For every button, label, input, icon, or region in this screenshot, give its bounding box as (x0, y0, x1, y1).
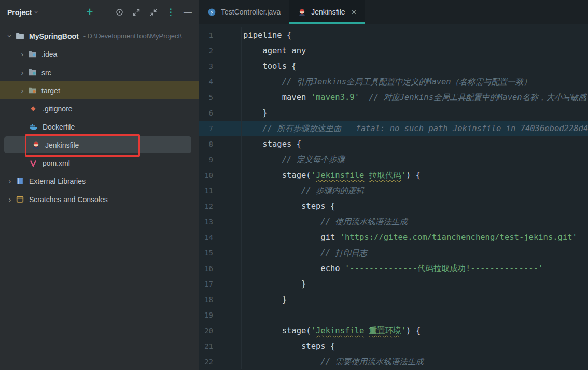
java-class-icon (207, 7, 217, 17)
line-number: 18 (199, 292, 242, 307)
expand-all-icon[interactable] (132, 8, 141, 17)
line-number: 11 (199, 183, 242, 198)
code-line-1[interactable]: 1pipeline { (199, 27, 588, 43)
code-text: stages { (242, 136, 588, 152)
code-line-19[interactable]: 19 (199, 307, 588, 323)
code-text (242, 307, 588, 323)
project-folder-icon (16, 32, 28, 40)
line-number: 13 (199, 214, 242, 230)
code-text: // 所有步骤放这里面 fatal: no such path Jekinsfi… (242, 121, 588, 136)
line-number: 6 (199, 105, 242, 121)
code-line-18[interactable]: 18 } (199, 292, 588, 307)
code-line-9[interactable]: 9 // 定义每个步骤 (199, 152, 588, 167)
jenkins-icon (298, 7, 307, 17)
project-path-hint: - D:\DevelopmentTool\MyProject\ (83, 32, 182, 40)
chevron-right-icon[interactable]: › (17, 68, 28, 77)
line-number: 16 (199, 261, 242, 276)
code-line-11[interactable]: 11 // 步骤内的逻辑 (199, 183, 588, 198)
line-number: 9 (199, 152, 242, 167)
more-options-icon[interactable]: ⋮ (166, 8, 175, 17)
chevron-right-icon[interactable]: › (4, 177, 16, 186)
code-line-14[interactable]: 14 git 'https://gitee.com/tianchencheng/… (199, 230, 588, 245)
code-text: } (242, 105, 588, 121)
code-line-16[interactable]: 16 echo '--------------代码拉取成功!----------… (199, 261, 588, 276)
line-number: 15 (199, 245, 242, 261)
chevron-right-icon[interactable]: › (4, 195, 16, 204)
collapse-all-icon[interactable] (149, 8, 158, 17)
code-text: stage('Jekinsfile 拉取代码') { (242, 167, 588, 183)
tree-item-myspringboot[interactable]: ›MySpringBoot- D:\DevelopmentTool\MyProj… (0, 27, 199, 45)
line-number: 22 (199, 354, 242, 369)
line-number: 8 (199, 136, 242, 152)
close-tab-icon[interactable]: × (352, 8, 357, 17)
libraries-icon (16, 177, 28, 186)
target-folder-icon (28, 86, 40, 95)
code-text: tools { (242, 59, 588, 74)
tree-item-label: Scratches and Consoles (29, 195, 108, 204)
tree-item-external-libraries[interactable]: ›External Libraries (0, 172, 199, 190)
line-number: 19 (199, 307, 242, 323)
code-text: stage('Jekinsfile 重置环境') { (242, 323, 588, 338)
line-number: 7 (199, 121, 242, 136)
chevron-right-icon[interactable]: › (17, 50, 28, 59)
code-line-5[interactable]: 5 maven 'maven3.9' // 对应Jenkins全局工具配置中的M… (199, 90, 588, 105)
idea-folder-icon (28, 50, 40, 59)
tree-item-label: pom.xml (43, 159, 70, 167)
code-line-12[interactable]: 12 steps { (199, 198, 588, 214)
code-line-3[interactable]: 3 tools { (199, 59, 588, 74)
code-line-4[interactable]: 4 // 引用Jenkins全局工具配置中定义的Maven（名称需与配置一致） (199, 74, 588, 90)
code-text: echo '--------------代码拉取成功!-------------… (242, 261, 588, 276)
hide-panel-icon[interactable]: — (183, 8, 192, 17)
tree-item-label: MySpringBoot (29, 32, 79, 40)
code-line-10[interactable]: 10 stage('Jekinsfile 拉取代码') { (199, 167, 588, 183)
code-text: steps { (242, 338, 588, 354)
line-number: 20 (199, 323, 242, 338)
code-text: git 'https://gitee.com/tianchencheng/tes… (242, 230, 588, 245)
project-tree: ›MySpringBoot- D:\DevelopmentTool\MyProj… (0, 24, 199, 208)
chevron-right-icon[interactable]: › (17, 86, 28, 95)
tree-item-label: Dockerfile (43, 123, 75, 131)
code-text: // 使用流水线语法生成 (242, 214, 588, 230)
line-number: 4 (199, 74, 242, 90)
tab-bar: TestController.javaJenkinsfile× (199, 0, 588, 24)
code-line-2[interactable]: 2 agent any (199, 43, 588, 59)
code-line-6[interactable]: 6 } (199, 105, 588, 121)
code-text: agent any (242, 43, 588, 59)
code-line-8[interactable]: 8 stages { (199, 136, 588, 152)
code-line-15[interactable]: 15 // 打印日志 (199, 245, 588, 261)
jenkins-file-icon (32, 140, 44, 149)
code-line-17[interactable]: 17 } (199, 276, 588, 292)
line-number: 10 (199, 167, 242, 183)
code-line-21[interactable]: 21 steps { (199, 338, 588, 354)
tree-item-gitignore[interactable]: .gitignore (0, 99, 199, 118)
tab-jenkinsfile[interactable]: Jenkinsfile× (289, 0, 365, 24)
code-line-7[interactable]: 7 // 所有步骤放这里面 fatal: no such path Jekins… (199, 121, 588, 136)
chevron-down-icon[interactable]: › (33, 11, 40, 13)
add-icon[interactable]: + (85, 8, 94, 17)
tree-item-label: target (41, 87, 60, 95)
code-line-22[interactable]: 22 // 需要使用流水线语法生成 (199, 354, 588, 369)
line-number: 1 (199, 27, 242, 43)
tree-item-label: src (41, 68, 51, 77)
tree-item-idea[interactable]: ›.idea (0, 45, 199, 63)
code-text: // 需要使用流水线语法生成 (242, 354, 588, 369)
tree-item-pom-xml[interactable]: pom.xml (0, 154, 199, 172)
chevron-down-icon[interactable]: › (4, 32, 16, 40)
tab-label: Jenkinsfile (311, 8, 345, 16)
line-number: 14 (199, 230, 242, 245)
line-number: 5 (199, 90, 242, 105)
tree-item-dockerfile[interactable]: Dockerfile (0, 118, 199, 136)
tree-item-jenkinsfile[interactable]: Jenkinsfile (0, 136, 199, 154)
code-text: // 引用Jenkins全局工具配置中定义的Maven（名称需与配置一致） (242, 74, 588, 90)
project-panel-title[interactable]: Project (7, 8, 32, 17)
tree-item-target[interactable]: ›target (0, 81, 199, 99)
gitignore-file-icon (29, 105, 41, 113)
line-number: 17 (199, 276, 242, 292)
code-line-13[interactable]: 13 // 使用流水线语法生成 (199, 214, 588, 230)
tree-item-src[interactable]: ›src (0, 63, 199, 81)
tree-item-scratches-and-consoles[interactable]: ›Scratches and Consoles (0, 190, 199, 208)
locate-icon[interactable] (115, 8, 124, 17)
code-area[interactable]: 1pipeline {2 agent any3 tools {4 // 引用Je… (199, 24, 588, 370)
code-line-20[interactable]: 20 stage('Jekinsfile 重置环境') { (199, 323, 588, 338)
tab-testcontroller-java[interactable]: TestController.java (199, 0, 289, 24)
